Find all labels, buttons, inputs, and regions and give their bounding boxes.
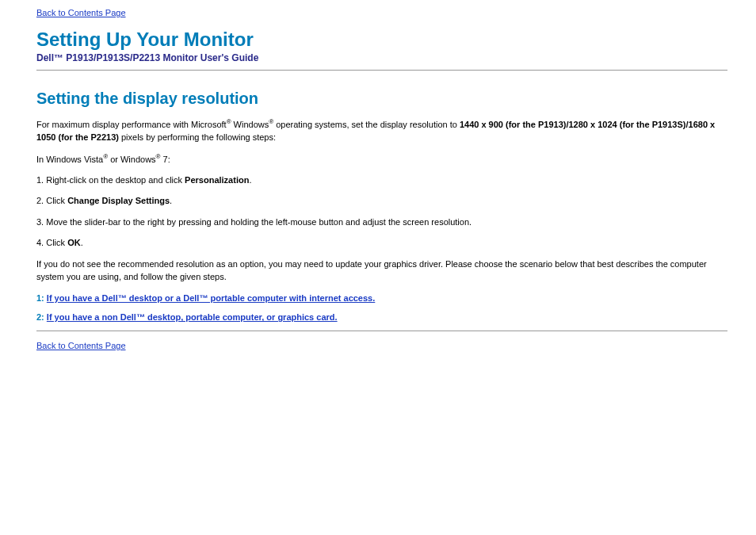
section-heading: Setting the display resolution: [36, 90, 727, 108]
scenario-1-link[interactable]: If you have a Dell™ desktop or a Dell™ p…: [47, 293, 375, 303]
page-subtitle: Dell™ P1913/P1913S/P2213 Monitor User's …: [36, 52, 727, 63]
divider-bottom: [36, 331, 727, 331]
scenario-1-number: 1:: [36, 293, 47, 303]
step-4: 4. Click OK.: [36, 236, 727, 250]
back-to-contents-link-top[interactable]: Back to Contents Page: [36, 8, 126, 17]
step-3: 3. Move the slider-bar to the right by p…: [36, 216, 727, 229]
driver-note: If you do not see the recommended resolu…: [36, 258, 727, 284]
page-title: Setting Up Your Monitor: [36, 29, 727, 51]
scenario-2-number: 2:: [36, 312, 47, 322]
scenario-1-line: 1: If you have a Dell™ desktop or a Dell…: [36, 292, 727, 305]
step-2: 2. Click Change Display Settings.: [36, 194, 727, 208]
scenario-2-line: 2: If you have a non Dell™ desktop, port…: [36, 311, 727, 324]
intro-paragraph: For maximum display performance with Mic…: [36, 117, 727, 144]
os-line: In Windows Vista® or Windows® 7:: [36, 152, 727, 166]
step-1: 1. Right-click on the desktop and click …: [36, 174, 727, 187]
scenario-2-link[interactable]: If you have a non Dell™ desktop, portabl…: [47, 312, 338, 322]
divider-top: [36, 70, 727, 71]
back-to-contents-link-bottom[interactable]: Back to Contents Page: [36, 341, 126, 350]
